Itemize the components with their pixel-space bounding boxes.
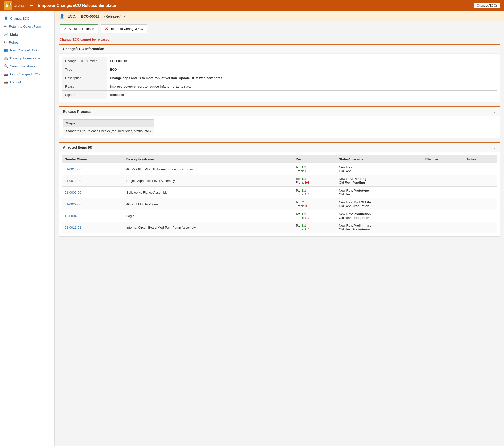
logo: A arena bbox=[4, 1, 24, 10]
item-rev-3: To: C From: B bbox=[293, 198, 336, 210]
refresh-icon: ↻ bbox=[4, 40, 7, 44]
item-number-1[interactable]: 01-0019-00 bbox=[62, 175, 124, 187]
sidebar-links-label: Links bbox=[10, 33, 19, 36]
sidebar-item-find-changes[interactable]: 🚗 Find Changes/ECOs bbox=[0, 70, 54, 78]
release-process-chevron: ⌄ bbox=[493, 110, 496, 114]
item-description-5: Internal Circuit Board Med Tech Pump Ass… bbox=[124, 222, 293, 233]
info-label-4: Signoff bbox=[62, 91, 107, 99]
arena-logo-icon: A bbox=[4, 1, 12, 10]
item-notes-2 bbox=[464, 187, 497, 198]
item-effective-5 bbox=[422, 222, 464, 233]
eco-status: (Released) bbox=[104, 14, 121, 18]
item-number-0[interactable]: 01-0018-00 bbox=[62, 163, 124, 175]
steps-header: Steps bbox=[63, 120, 154, 127]
main-content: 👤 ECO: ECO-00013 (Released) ▾ ✔ Simulate… bbox=[55, 11, 504, 446]
info-label-3: Reason bbox=[62, 82, 107, 91]
col-effective: Effective bbox=[422, 155, 464, 163]
item-notes-3 bbox=[464, 198, 497, 210]
table-row: 01-0006-00 Solidworks Flange Assembly To… bbox=[62, 187, 497, 198]
sidebar-link-logout[interactable]: Log out bbox=[10, 80, 21, 84]
sidebar-item-refresh[interactable]: ↻ Refresh bbox=[0, 38, 54, 46]
info-table-row: Reason Improve power circuit to reduce i… bbox=[62, 82, 497, 91]
affected-items-section: Affected Items (6) ⌄ Number/Name Descrip… bbox=[59, 142, 500, 237]
sidebar-item-desktop-home[interactable]: 🏠 Desktop Home Page bbox=[0, 54, 54, 62]
item-description-0: 4G MOBILE PHONE Home Button Logic Board bbox=[124, 163, 293, 175]
item-status-4: New Rev: Production Old Rev: Production bbox=[336, 210, 422, 222]
item-number-4[interactable]: 18-0004-00 bbox=[62, 210, 124, 222]
col-notes: Notes bbox=[464, 155, 497, 163]
info-table-row: Change/ECO Number ECO-00013 bbox=[62, 57, 497, 65]
item-effective-1 bbox=[422, 175, 464, 187]
steps-table: Steps Standard Pre-Release Checks (requi… bbox=[63, 119, 154, 135]
table-row: 01-0011-01 Internal Circuit Board Med Te… bbox=[62, 222, 497, 233]
sidebar-link-new-change-eco[interactable]: New Change/ECO bbox=[10, 48, 37, 52]
info-table-row: Description Change caps and IC to more r… bbox=[62, 74, 497, 82]
return-x-icon: ✖ bbox=[105, 26, 108, 31]
col-number: Number/Name bbox=[62, 155, 124, 163]
simulate-check-icon: ✔ bbox=[64, 26, 67, 31]
item-status-0: New Rev: Old Rev: bbox=[336, 163, 422, 175]
table-row: 01-0019-00 Project Alpha Top Level Assem… bbox=[62, 175, 497, 187]
col-description: Description/Name bbox=[124, 155, 293, 163]
brand-name: arena bbox=[14, 4, 24, 8]
item-rev-2: To: 1.1 From: 1.0 bbox=[293, 187, 336, 198]
action-bar: ✔ Simulate Release ✖ Return to Change/EC… bbox=[55, 21, 504, 36]
item-notes-1 bbox=[464, 175, 497, 187]
item-number-3[interactable]: 01-0029-00 bbox=[62, 198, 124, 210]
simulate-release-button[interactable]: ✔ Simulate Release bbox=[60, 24, 98, 33]
sidebar-item-logout[interactable]: 📤 Log out bbox=[0, 78, 54, 86]
page-layout: 👤 Change/ECO ↩ Return to Object Form 🔗 L… bbox=[0, 11, 504, 446]
info-value-1: ECO bbox=[107, 65, 497, 74]
item-status-2: New Rev: Prototype Old Rev: bbox=[336, 187, 422, 198]
info-table-row: Type ECO bbox=[62, 65, 497, 74]
item-status-5: New Rev: Preliminary Old Rev: Preliminar… bbox=[336, 222, 422, 233]
item-description-3: 4G XLT Mobile Phone bbox=[124, 198, 293, 210]
affected-items-table: Number/Name Description/Name Rev Status/… bbox=[62, 155, 497, 233]
item-number-2[interactable]: 01-0006-00 bbox=[62, 187, 124, 198]
return-change-eco-label: Return to Change/ECO bbox=[110, 27, 143, 31]
new-change-eco-icon: 👥 bbox=[4, 48, 8, 52]
sidebar-link-return-form[interactable]: Return to Object Form bbox=[9, 25, 41, 28]
affected-items-header[interactable]: Affected Items (6) ⌄ bbox=[59, 143, 500, 152]
release-process-header[interactable]: Release Process ⌄ bbox=[59, 107, 500, 116]
change-eco-info-header[interactable]: Change/ECO Information ⌄ bbox=[59, 45, 500, 54]
svg-point-3 bbox=[10, 3, 11, 5]
affected-items-title: Affected Items (6) bbox=[63, 145, 92, 149]
table-row: 01-0018-00 4G MOBILE PHONE Home Button L… bbox=[62, 163, 497, 175]
item-number-5[interactable]: 01-0011-01 bbox=[62, 222, 124, 233]
info-label-2: Description bbox=[62, 74, 107, 82]
sidebar-item-change-eco[interactable]: 👤 Change/ECO bbox=[0, 14, 54, 22]
release-process-section: Release Process ⌄ Steps Standard Pre-Rel… bbox=[59, 106, 500, 138]
eco-dropdown-button[interactable]: ▾ bbox=[123, 14, 125, 18]
sidebar-link-change-eco[interactable]: Change/ECO bbox=[10, 17, 29, 20]
simulate-release-label: Simulate Release bbox=[69, 27, 94, 31]
item-status-3: New Rev: End Of Life Old Rev: Production bbox=[336, 198, 422, 210]
info-value-3: Improve power circuit to reduce infant m… bbox=[107, 82, 497, 91]
menu-icon[interactable]: ☰ bbox=[30, 3, 34, 8]
error-message: Change/ECO cannot be released bbox=[55, 36, 504, 44]
sidebar-link-search-database[interactable]: Search Database bbox=[10, 64, 35, 68]
sidebar-item-search-database[interactable]: 🔍 Search Database bbox=[0, 62, 54, 70]
info-value-2: Change caps and IC to more robust versio… bbox=[107, 74, 497, 82]
sidebar-item-return-form[interactable]: ↩ Return to Object Form bbox=[0, 22, 54, 30]
item-description-1: Project Alpha Top Level Assembly bbox=[124, 175, 293, 187]
item-rev-5: To: 2.1 From: 2.0 bbox=[293, 222, 336, 233]
breadcrumb: Changes/ECOs bbox=[474, 3, 500, 8]
col-rev: Rev bbox=[293, 155, 336, 163]
item-rev-1: To: 1.1 From: 1.0 bbox=[293, 175, 336, 187]
sidebar-link-desktop-home[interactable]: Desktop Home Page bbox=[10, 56, 40, 60]
sidebar-link-refresh[interactable]: Refresh bbox=[9, 41, 20, 44]
return-to-change-eco-button[interactable]: ✖ Return to Change/ECO bbox=[101, 24, 147, 33]
item-effective-0 bbox=[422, 163, 464, 175]
release-process-title: Release Process bbox=[63, 110, 91, 114]
person-icon: 👤 bbox=[4, 16, 8, 20]
item-rev-0: To: 1.1 From: 1.0 bbox=[293, 163, 336, 175]
eco-prefix: ECO: bbox=[68, 14, 76, 18]
sidebar-link-find-changes[interactable]: Find Changes/ECOs bbox=[10, 72, 40, 76]
change-eco-info-table: Change/ECO Number ECO-00013 Type ECO Des… bbox=[62, 57, 497, 99]
sidebar-item-new-change-eco[interactable]: 👥 New Change/ECO bbox=[0, 46, 54, 54]
info-label-0: Change/ECO Number bbox=[62, 57, 107, 65]
item-effective-3 bbox=[422, 198, 464, 210]
affected-items-chevron: ⌄ bbox=[493, 145, 496, 149]
item-description-4: Logic bbox=[124, 210, 293, 222]
